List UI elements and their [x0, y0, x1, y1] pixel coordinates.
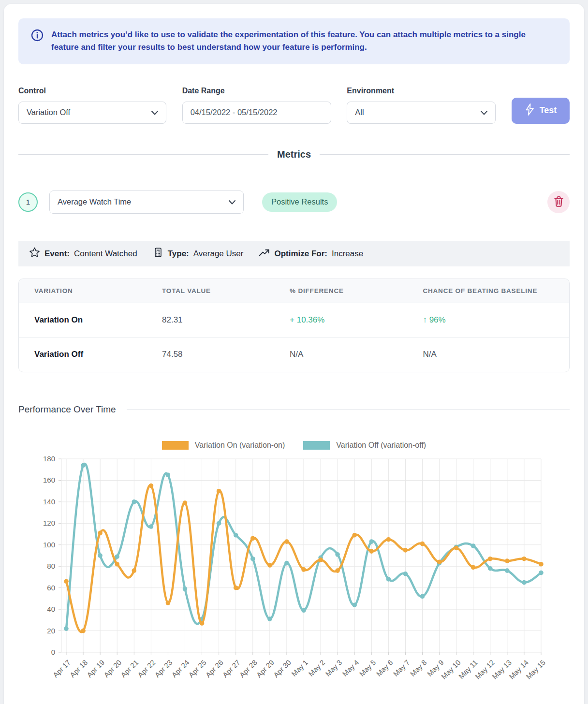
date-range-input[interactable]: 04/15/2022 - 05/15/2022 — [182, 102, 331, 124]
optimize-info: Optimize For: Increase — [259, 248, 363, 260]
variation-name: Variation On — [19, 303, 147, 337]
control-label: Control — [18, 87, 166, 95]
performance-title: Performance Over Time — [18, 404, 116, 415]
col-header-variation: VARIATION — [19, 279, 147, 303]
trash-icon — [554, 196, 564, 208]
total-value: 74.58 — [147, 337, 274, 372]
svg-text:Apr 21: Apr 21 — [119, 658, 140, 679]
trending-up-icon — [259, 248, 270, 260]
positive-results-badge: Positive Results — [262, 192, 337, 212]
table-row: Variation On 82.31 + 10.36% ↑ 96% — [19, 303, 569, 337]
metric-row: 1 Average Watch Time Positive Results — [18, 191, 570, 214]
svg-text:80: 80 — [47, 562, 55, 570]
date-range-field-group: Date Range 04/15/2022 - 05/15/2022 — [182, 87, 331, 124]
svg-text:60: 60 — [47, 583, 55, 591]
col-header-difference: % DIFFERENCE — [274, 279, 407, 303]
calculator-icon — [153, 247, 163, 260]
svg-text:Apr 26: Apr 26 — [204, 658, 224, 679]
metric-info-bar: Event: Content Watched Type: Average Use… — [18, 241, 570, 266]
svg-text:May 5: May 5 — [357, 658, 377, 678]
svg-text:May 7: May 7 — [392, 658, 412, 678]
chance-value: ↑ 96% — [407, 303, 569, 337]
svg-text:May 4: May 4 — [340, 658, 360, 678]
filter-controls: Control Variation Off Date Range 04/15/2… — [18, 87, 570, 124]
chevron-down-icon — [151, 108, 158, 117]
control-field-group: Control Variation Off — [18, 87, 166, 124]
performance-chart: Variation On (variation-on)Variation Off… — [18, 441, 570, 699]
environment-field-group: Environment All — [347, 87, 496, 124]
control-select-value: Variation Off — [27, 108, 70, 117]
event-info: Event: Content Watched — [29, 247, 137, 260]
svg-text:Apr 28: Apr 28 — [238, 658, 259, 679]
legend-label: Variation On (variation-on) — [195, 441, 285, 450]
col-header-chance: CHANCE OF BEATING BASELINE — [407, 279, 569, 303]
svg-text:Apr 18: Apr 18 — [68, 658, 89, 679]
divider-line — [320, 154, 570, 155]
svg-text:May 3: May 3 — [323, 658, 343, 678]
total-value: 82.31 — [147, 303, 274, 337]
svg-text:May 1: May 1 — [290, 658, 309, 678]
star-icon — [29, 247, 40, 260]
info-banner: Attach metrics you’d like to use to vali… — [18, 18, 570, 64]
svg-text:40: 40 — [47, 605, 55, 613]
metrics-divider: Metrics — [18, 149, 570, 161]
svg-text:Apr 17: Apr 17 — [51, 658, 72, 679]
svg-text:May 8: May 8 — [409, 658, 428, 678]
chart-legend: Variation On (variation-on)Variation Off… — [18, 441, 570, 450]
metric-select[interactable]: Average Watch Time — [49, 191, 244, 214]
svg-text:May 10: May 10 — [440, 658, 462, 681]
performance-section-header: Performance Over Time — [18, 404, 570, 415]
svg-text:100: 100 — [43, 540, 55, 548]
type-value: Average User — [193, 249, 244, 259]
svg-text:20: 20 — [47, 626, 55, 634]
page-card: Attach metrics you’d like to use to vali… — [4, 4, 584, 704]
svg-text:Apr 30: Apr 30 — [272, 658, 293, 679]
type-info: Type: Average User — [153, 247, 244, 260]
svg-text:Apr 22: Apr 22 — [136, 658, 157, 679]
svg-text:Apr 29: Apr 29 — [255, 658, 276, 679]
event-label: Event: — [44, 249, 70, 259]
optimize-value: Increase — [332, 249, 363, 259]
svg-text:Apr 27: Apr 27 — [221, 658, 242, 679]
divider-line — [18, 154, 268, 155]
header-divider-line — [127, 409, 570, 410]
test-button[interactable]: Test — [512, 98, 570, 124]
difference-value: + 10.36% — [274, 303, 407, 337]
line-chart: 020406080100120140160180Apr 17Apr 18Apr … — [18, 452, 570, 699]
legend-swatch — [162, 441, 189, 450]
event-value: Content Watched — [74, 249, 137, 259]
environment-label: Environment — [347, 87, 496, 95]
environment-select[interactable]: All — [347, 102, 496, 124]
results-table: VARIATION TOTAL VALUE % DIFFERENCE CHANC… — [18, 279, 570, 372]
chance-value: N/A — [407, 337, 569, 372]
delete-metric-button[interactable] — [547, 191, 570, 213]
control-select[interactable]: Variation Off — [18, 102, 166, 124]
metric-number-badge: 1 — [18, 192, 38, 212]
svg-text:160: 160 — [43, 476, 55, 484]
svg-text:Apr 24: Apr 24 — [170, 658, 191, 679]
svg-text:May 2: May 2 — [307, 658, 326, 678]
info-icon — [31, 29, 44, 44]
svg-text:Apr 19: Apr 19 — [85, 658, 106, 679]
svg-text:120: 120 — [43, 519, 55, 527]
table-header-row: VARIATION TOTAL VALUE % DIFFERENCE CHANC… — [19, 279, 569, 303]
banner-text: Attach metrics you’d like to use to vali… — [51, 29, 549, 54]
svg-text:0: 0 — [51, 648, 55, 656]
metric-select-value: Average Watch Time — [58, 197, 131, 206]
chevron-down-icon — [481, 108, 487, 117]
col-header-total-value: TOTAL VALUE — [147, 279, 274, 303]
difference-value: N/A — [274, 337, 407, 372]
environment-select-value: All — [355, 108, 364, 117]
test-button-label: Test — [540, 105, 557, 116]
legend-label: Variation Off (variation-off) — [336, 441, 426, 450]
date-range-value: 04/15/2022 - 05/15/2022 — [191, 108, 278, 117]
legend-swatch — [303, 441, 330, 450]
date-range-label: Date Range — [182, 87, 331, 95]
variation-name: Variation Off — [19, 337, 147, 372]
legend-item[interactable]: Variation Off (variation-off) — [303, 441, 426, 450]
legend-item[interactable]: Variation On (variation-on) — [162, 441, 285, 450]
svg-text:140: 140 — [43, 498, 55, 506]
type-label: Type: — [168, 249, 189, 259]
lightning-bolt-icon — [525, 103, 535, 118]
svg-text:180: 180 — [43, 455, 55, 463]
